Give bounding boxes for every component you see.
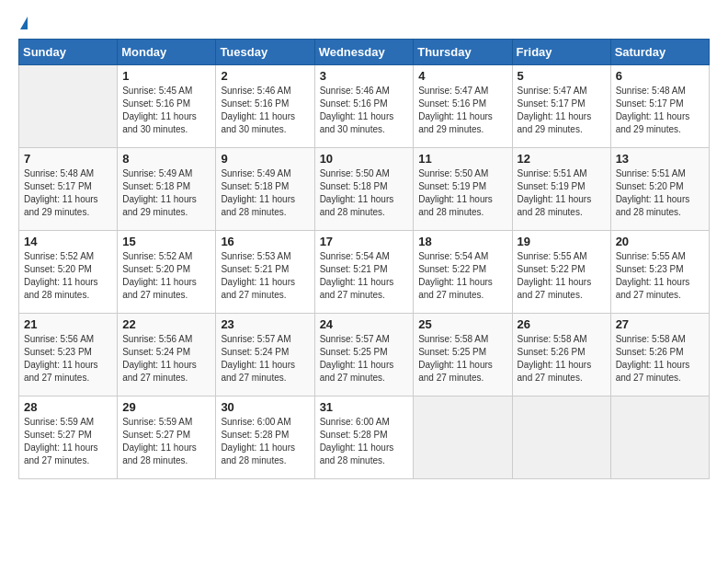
calendar-cell: 16Sunrise: 5:53 AM Sunset: 5:21 PM Dayli… [216,231,314,314]
calendar-cell: 6Sunrise: 5:48 AM Sunset: 5:17 PM Daylig… [610,65,709,148]
calendar-cell: 4Sunrise: 5:47 AM Sunset: 5:16 PM Daylig… [414,65,512,148]
calendar-header-wednesday: Wednesday [314,40,414,65]
day-number: 25 [418,317,506,331]
calendar-cell: 19Sunrise: 5:55 AM Sunset: 5:22 PM Dayli… [512,231,610,314]
calendar-header-monday: Monday [118,40,216,65]
day-info: Sunrise: 5:54 AM Sunset: 5:22 PM Dayligh… [418,250,506,302]
day-number: 29 [122,400,210,414]
day-number: 18 [418,235,506,248]
calendar-week-3: 14Sunrise: 5:52 AM Sunset: 5:20 PM Dayli… [19,231,710,314]
day-number: 19 [518,235,606,248]
calendar-cell: 2Sunrise: 5:46 AM Sunset: 5:16 PM Daylig… [216,65,314,148]
day-info: Sunrise: 5:56 AM Sunset: 5:24 PM Dayligh… [122,333,210,385]
calendar-cell: 31Sunrise: 6:00 AM Sunset: 5:28 PM Dayli… [314,396,414,479]
day-info: Sunrise: 5:46 AM Sunset: 5:16 PM Dayligh… [221,85,309,136]
calendar-cell: 15Sunrise: 5:52 AM Sunset: 5:20 PM Dayli… [118,231,216,314]
day-number: 4 [418,69,506,83]
calendar: SundayMondayTuesdayWednesdayThursdayFrid… [18,39,710,479]
calendar-cell: 20Sunrise: 5:55 AM Sunset: 5:23 PM Dayli… [610,231,709,314]
day-number: 8 [122,152,210,166]
calendar-cell: 25Sunrise: 5:58 AM Sunset: 5:25 PM Dayli… [414,314,512,396]
day-info: Sunrise: 5:49 AM Sunset: 5:18 PM Dayligh… [221,167,309,219]
day-number: 6 [616,69,704,83]
logo [18,15,28,31]
day-number: 30 [221,400,309,414]
day-info: Sunrise: 5:51 AM Sunset: 5:20 PM Dayligh… [616,167,704,219]
day-info: Sunrise: 5:50 AM Sunset: 5:18 PM Dayligh… [320,167,409,219]
calendar-cell: 8Sunrise: 5:49 AM Sunset: 5:18 PM Daylig… [118,148,216,231]
calendar-header-thursday: Thursday [414,40,512,65]
day-number: 11 [418,152,506,166]
calendar-header-friday: Friday [512,40,610,65]
calendar-week-2: 7Sunrise: 5:48 AM Sunset: 5:17 PM Daylig… [19,148,710,231]
calendar-week-5: 28Sunrise: 5:59 AM Sunset: 5:27 PM Dayli… [19,396,710,479]
day-info: Sunrise: 5:55 AM Sunset: 5:22 PM Dayligh… [518,250,606,302]
day-info: Sunrise: 5:59 AM Sunset: 5:27 PM Dayligh… [24,416,112,467]
day-info: Sunrise: 5:57 AM Sunset: 5:24 PM Dayligh… [221,333,309,385]
calendar-cell: 14Sunrise: 5:52 AM Sunset: 5:20 PM Dayli… [19,231,118,314]
calendar-cell: 18Sunrise: 5:54 AM Sunset: 5:22 PM Dayli… [414,231,512,314]
calendar-cell: 10Sunrise: 5:50 AM Sunset: 5:18 PM Dayli… [314,148,414,231]
day-number: 10 [320,152,409,166]
day-number: 3 [320,69,409,83]
calendar-cell: 9Sunrise: 5:49 AM Sunset: 5:18 PM Daylig… [216,148,314,231]
day-info: Sunrise: 5:53 AM Sunset: 5:21 PM Dayligh… [221,250,309,302]
calendar-cell: 12Sunrise: 5:51 AM Sunset: 5:19 PM Dayli… [512,148,610,231]
day-number: 2 [221,69,309,83]
day-number: 1 [122,69,210,83]
calendar-header-row: SundayMondayTuesdayWednesdayThursdayFrid… [19,40,710,65]
day-info: Sunrise: 5:59 AM Sunset: 5:27 PM Dayligh… [122,416,210,467]
day-info: Sunrise: 5:49 AM Sunset: 5:18 PM Dayligh… [122,167,210,219]
day-number: 13 [616,152,704,166]
day-number: 17 [320,235,409,248]
calendar-cell: 11Sunrise: 5:50 AM Sunset: 5:19 PM Dayli… [414,148,512,231]
day-info: Sunrise: 5:47 AM Sunset: 5:16 PM Dayligh… [418,85,506,136]
calendar-cell: 3Sunrise: 5:46 AM Sunset: 5:16 PM Daylig… [314,65,414,148]
day-info: Sunrise: 5:52 AM Sunset: 5:20 PM Dayligh… [24,250,112,302]
day-number: 24 [320,317,409,331]
day-info: Sunrise: 5:58 AM Sunset: 5:26 PM Dayligh… [518,333,606,385]
day-number: 15 [122,235,210,248]
day-info: Sunrise: 5:45 AM Sunset: 5:16 PM Dayligh… [122,85,210,136]
calendar-cell: 7Sunrise: 5:48 AM Sunset: 5:17 PM Daylig… [19,148,118,231]
day-info: Sunrise: 5:56 AM Sunset: 5:23 PM Dayligh… [24,333,112,385]
calendar-cell: 26Sunrise: 5:58 AM Sunset: 5:26 PM Dayli… [512,314,610,396]
calendar-week-4: 21Sunrise: 5:56 AM Sunset: 5:23 PM Dayli… [19,314,710,396]
day-info: Sunrise: 5:48 AM Sunset: 5:17 PM Dayligh… [24,167,112,219]
day-info: Sunrise: 5:46 AM Sunset: 5:16 PM Dayligh… [320,85,409,136]
calendar-cell [610,396,709,479]
calendar-cell [512,396,610,479]
day-info: Sunrise: 5:47 AM Sunset: 5:17 PM Dayligh… [518,85,606,136]
day-number: 5 [518,69,606,83]
calendar-header-tuesday: Tuesday [216,40,314,65]
calendar-cell: 13Sunrise: 5:51 AM Sunset: 5:20 PM Dayli… [610,148,709,231]
calendar-cell: 5Sunrise: 5:47 AM Sunset: 5:17 PM Daylig… [512,65,610,148]
calendar-cell: 22Sunrise: 5:56 AM Sunset: 5:24 PM Dayli… [118,314,216,396]
calendar-cell: 24Sunrise: 5:57 AM Sunset: 5:25 PM Dayli… [314,314,414,396]
day-number: 21 [24,317,112,331]
calendar-cell: 29Sunrise: 5:59 AM Sunset: 5:27 PM Dayli… [118,396,216,479]
day-info: Sunrise: 5:52 AM Sunset: 5:20 PM Dayligh… [122,250,210,302]
day-number: 14 [24,235,112,248]
calendar-cell: 27Sunrise: 5:58 AM Sunset: 5:26 PM Dayli… [610,314,709,396]
day-number: 12 [518,152,606,166]
day-number: 22 [122,317,210,331]
calendar-header-sunday: Sunday [19,40,118,65]
day-info: Sunrise: 5:55 AM Sunset: 5:23 PM Dayligh… [616,250,704,302]
day-info: Sunrise: 5:57 AM Sunset: 5:25 PM Dayligh… [320,333,409,385]
day-info: Sunrise: 6:00 AM Sunset: 5:28 PM Dayligh… [221,416,309,467]
day-number: 16 [221,235,309,248]
calendar-cell [19,65,118,148]
header [18,15,710,31]
day-number: 28 [24,400,112,414]
calendar-cell: 23Sunrise: 5:57 AM Sunset: 5:24 PM Dayli… [216,314,314,396]
day-info: Sunrise: 5:54 AM Sunset: 5:21 PM Dayligh… [320,250,409,302]
day-info: Sunrise: 5:58 AM Sunset: 5:26 PM Dayligh… [616,333,704,385]
calendar-header-saturday: Saturday [610,40,709,65]
day-number: 9 [221,152,309,166]
day-info: Sunrise: 5:58 AM Sunset: 5:25 PM Dayligh… [418,333,506,385]
calendar-cell: 17Sunrise: 5:54 AM Sunset: 5:21 PM Dayli… [314,231,414,314]
calendar-cell: 30Sunrise: 6:00 AM Sunset: 5:28 PM Dayli… [216,396,314,479]
calendar-week-1: 1Sunrise: 5:45 AM Sunset: 5:16 PM Daylig… [19,65,710,148]
calendar-cell: 21Sunrise: 5:56 AM Sunset: 5:23 PM Dayli… [19,314,118,396]
